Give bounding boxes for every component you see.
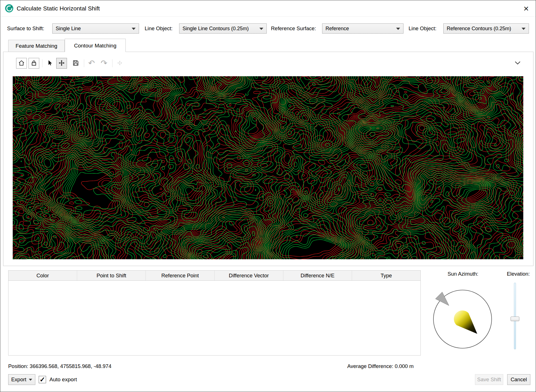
column-header-reference-point[interactable]: Reference Point (146, 271, 214, 280)
tab-feature-matching[interactable]: Feature Matching (8, 40, 65, 52)
cursor-icon (46, 59, 53, 67)
export-caret-icon (29, 379, 32, 381)
reference-surface-label: Reference Surface: (271, 23, 316, 34)
save-view-button[interactable] (70, 58, 81, 69)
toolbar-separator (112, 59, 112, 67)
calculate-static-horizontal-shift-dialog: Calculate Static Horizontal Shift × Surf… (0, 0, 536, 392)
undo-button[interactable]: ↶ (86, 58, 97, 69)
elevation-slider-track[interactable] (514, 283, 516, 349)
dialog-title: Calculate Static Horizontal Shift (17, 0, 100, 17)
reference-surface-select[interactable]: Reference (322, 23, 403, 34)
ref-line-object-label: Line Object: (409, 23, 437, 34)
lock-icon (30, 59, 38, 67)
save-shift-button[interactable]: Save Shift (475, 374, 503, 385)
average-difference-readout: Average Difference: 0.000 m (347, 363, 414, 369)
cancel-button[interactable]: Cancel (507, 374, 530, 385)
line-object-label: Line Object: (145, 23, 173, 34)
table-body (8, 281, 420, 355)
tab-contour-matching[interactable]: Contour Matching (65, 39, 126, 52)
position-readout: Position: 366396.568, 4755815.968, -48.9… (8, 363, 111, 369)
surface-to-shift-value: Single Line (56, 26, 81, 31)
sun-azimuth-dial[interactable] (432, 289, 493, 350)
reference-surface-value: Reference (325, 26, 349, 31)
pan-tool-button[interactable] (56, 58, 67, 69)
elevation-slider-thumb[interactable] (511, 317, 519, 321)
elevation-label: Elevation: (495, 271, 530, 277)
save-icon (72, 59, 79, 67)
ref-line-object-select[interactable]: Reference Contours (0.25m) (443, 23, 529, 34)
surface-to-shift-label: Surface to Shift: (7, 23, 44, 34)
toolbar-separator (42, 59, 42, 67)
auto-export-label: Auto export (49, 374, 77, 385)
dropdown-arrow-icon (396, 28, 400, 30)
center-points-button[interactable] (114, 58, 125, 69)
move-icon (58, 59, 65, 67)
column-header-point-to-shift[interactable]: Point to Shift (77, 271, 146, 280)
select-tool-button[interactable] (44, 58, 55, 69)
redo-button[interactable]: ↷ (99, 58, 109, 69)
app-logo-icon (5, 4, 14, 13)
dropdown-arrow-icon (522, 28, 526, 30)
center-points-icon (116, 59, 123, 67)
contour-map-view[interactable] (13, 76, 523, 259)
line-object-value: Single Line Contours (0.25m) (183, 26, 249, 31)
column-header-difference-ne[interactable]: Difference N/E (283, 271, 352, 280)
export-button-label: Export (11, 376, 26, 383)
line-object-select[interactable]: Single Line Contours (0.25m) (179, 23, 267, 34)
title-bar: Calculate Static Horizontal Shift × (0, 0, 536, 17)
auto-export-checkbox[interactable]: ✓ (39, 376, 46, 383)
dropdown-arrow-icon (259, 28, 263, 30)
undo-icon: ↶ (88, 59, 95, 67)
filter-row: Surface to Shift: Single Line Line Objec… (0, 23, 536, 34)
chevron-down-icon (515, 61, 521, 66)
export-button[interactable]: Export (8, 374, 35, 385)
shift-points-table: Color Point to Shift Reference Point Dif… (8, 270, 421, 356)
close-button[interactable]: × (519, 0, 533, 17)
home-button[interactable] (16, 58, 27, 69)
checkmark-icon: ✓ (40, 376, 45, 384)
redo-icon: ↷ (101, 59, 107, 67)
surface-to-shift-select[interactable]: Single Line (52, 23, 139, 34)
column-header-type[interactable]: Type (352, 271, 420, 280)
lock-button[interactable] (29, 58, 39, 69)
table-header-row: Color Point to Shift Reference Point Dif… (8, 271, 420, 281)
toolbar-separator (84, 59, 84, 67)
column-header-difference-vector[interactable]: Difference Vector (215, 271, 283, 280)
dropdown-arrow-icon (132, 28, 136, 30)
collapse-toolbar-button[interactable] (512, 58, 523, 69)
sun-azimuth-label: Sun Azimuth: (437, 271, 489, 277)
column-header-color[interactable]: Color (8, 271, 77, 280)
home-icon (18, 59, 25, 67)
ref-line-object-value: Reference Contours (0.25m) (447, 26, 511, 31)
